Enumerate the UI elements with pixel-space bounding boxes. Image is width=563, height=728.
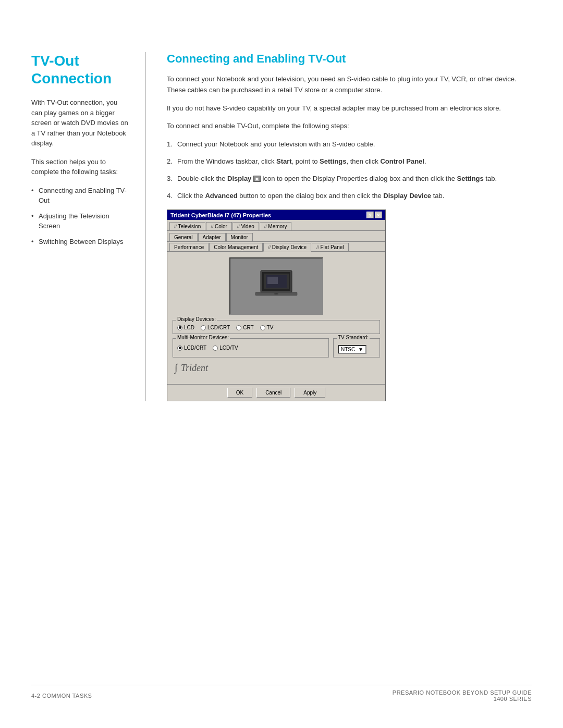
footer-left: 4-2 Common Tasks xyxy=(31,693,92,699)
bold-text: Settings xyxy=(320,157,346,165)
tab-adapter[interactable]: Adapter xyxy=(198,233,226,241)
display-devices-box: Display Devices: LCD LCD/CRT xyxy=(173,320,380,334)
page: TV-OutConnection With TV-Out connection,… xyxy=(0,0,563,728)
footer-right-line2: 1400 Series xyxy=(393,696,532,702)
body-para-1: To connect your Notebook and your televi… xyxy=(167,74,532,96)
radio-crt-circle[interactable] xyxy=(236,325,241,330)
tv-standard-label: TV Standard: xyxy=(337,335,370,340)
tab-video[interactable]: Video xyxy=(232,222,259,230)
multi-monitor-box: Multi-Monitor Devices: LCD/CRT LCD/TV xyxy=(173,338,329,357)
step-num: 3. xyxy=(167,174,173,184)
tab-color[interactable]: Color xyxy=(206,222,231,230)
tab-performance[interactable]: Performance xyxy=(169,243,209,251)
step-num: 4. xyxy=(167,191,173,202)
radio-mm-lcd-crt-label: LCD/CRT xyxy=(184,345,206,351)
close-button[interactable]: × xyxy=(375,212,382,218)
tab-color-management[interactable]: Color Management xyxy=(209,243,263,251)
tv-standard-box: TV Standard: NTSC ▼ xyxy=(333,338,380,357)
trident-logo-text: Trident xyxy=(181,363,208,373)
bold-text: Display xyxy=(227,175,251,182)
help-button[interactable]: ? xyxy=(366,212,374,218)
apply-button[interactable]: Apply xyxy=(295,388,325,398)
tabs-row-1: Television Color Video Memory xyxy=(167,220,385,231)
tv-standard-select[interactable]: NTSC ▼ xyxy=(338,345,366,354)
list-item: Adjusting the Television Screen xyxy=(31,211,129,231)
radio-tv-circle[interactable] xyxy=(260,325,265,330)
svg-rect-4 xyxy=(267,277,278,284)
tab-display-device[interactable]: Display Device xyxy=(263,243,311,252)
body-para-3: To connect and enable TV-Out, complete t… xyxy=(167,121,532,132)
multi-monitor-radios: LCD/CRT LCD/TV xyxy=(177,345,324,351)
tab-monitor[interactable]: Monitor xyxy=(226,233,253,241)
tabs-row-2: General Adapter Monitor xyxy=(167,231,385,242)
step-1: 1. Connect your Notebook and your televi… xyxy=(167,139,532,150)
left-intro-2: This section helps you to complete the f… xyxy=(31,157,129,177)
body-para-2: If you do not have S-video capability on… xyxy=(167,103,532,114)
display-devices-label: Display Devices: xyxy=(176,316,217,322)
svg-point-6 xyxy=(274,293,278,294)
bold-text: Control Panel xyxy=(380,157,424,165)
list-item: Connecting and Enabling TV-Out xyxy=(31,186,129,206)
monitor-image xyxy=(229,257,323,315)
left-column: TV-OutConnection With TV-Out connection,… xyxy=(31,52,146,401)
tab-television[interactable]: Television xyxy=(169,222,205,230)
bold-text: Advanced xyxy=(205,192,237,200)
radio-crt[interactable]: CRT xyxy=(236,325,253,330)
tabs-row-3: Performance Color Management Display Dev… xyxy=(167,242,385,252)
dialog-titlebar: Trident CyberBlade i7 (47) Properties ? … xyxy=(167,210,385,220)
radio-lcd-crt-label: LCD/CRT xyxy=(207,325,230,330)
titlebar-buttons: ? × xyxy=(366,212,382,218)
bold-text: Settings xyxy=(457,175,484,182)
laptop-graphic xyxy=(253,268,300,304)
cancel-button[interactable]: Cancel xyxy=(256,388,290,398)
left-intro-1: With TV-Out connection, you can play gam… xyxy=(31,97,129,149)
display-devices-radios: LCD LCD/CRT CRT xyxy=(177,325,375,330)
dialog-title: Trident CyberBlade i7 (47) Properties xyxy=(170,212,271,218)
radio-mm-lcd-tv-circle[interactable] xyxy=(213,346,218,351)
radio-lcd[interactable]: LCD xyxy=(177,325,194,330)
radio-mm-lcd-crt[interactable]: LCD/CRT xyxy=(177,345,206,351)
dialog-body: Display Devices: LCD LCD/CRT xyxy=(167,252,385,384)
step-2: 2. From the Windows taskbar, click Start… xyxy=(167,156,532,167)
tab-memory[interactable]: Memory xyxy=(260,222,292,230)
step-num: 1. xyxy=(167,139,173,150)
list-item: Switching Between Displays xyxy=(31,237,129,247)
radio-tv[interactable]: TV xyxy=(260,325,274,330)
bold-text: Display Device xyxy=(383,192,431,200)
step-3: 3. Double-click the Display ▣ icon to op… xyxy=(167,174,532,184)
trident-slash-icon: ∫ xyxy=(175,362,177,373)
radio-tv-label: TV xyxy=(267,325,274,330)
multi-monitor-label: Multi-Monitor Devices: xyxy=(176,335,230,340)
tab-general[interactable]: General xyxy=(169,233,198,241)
dropdown-arrow-icon: ▼ xyxy=(358,347,363,352)
bottom-boxes: Multi-Monitor Devices: LCD/CRT LCD/TV xyxy=(173,338,380,357)
content-area: TV-OutConnection With TV-Out connection,… xyxy=(31,52,532,401)
radio-lcd-circle[interactable] xyxy=(177,325,182,330)
radio-lcd-crt[interactable]: LCD/CRT xyxy=(201,325,230,330)
steps-list: 1. Connect your Notebook and your televi… xyxy=(167,139,532,201)
section-heading: Connecting and Enabling TV-Out xyxy=(167,52,532,66)
section-title: TV-OutConnection xyxy=(31,52,129,87)
radio-mm-lcd-crt-circle[interactable] xyxy=(177,346,182,351)
right-column: Connecting and Enabling TV-Out To connec… xyxy=(167,52,532,401)
step-num: 2. xyxy=(167,156,173,167)
dialog-footer: OK Cancel Apply xyxy=(167,384,385,401)
footer-right: Presario Notebook Beyond Setup Guide 140… xyxy=(393,689,532,702)
page-footer: 4-2 Common Tasks Presario Notebook Beyon… xyxy=(31,685,532,702)
ok-button[interactable]: OK xyxy=(227,388,252,398)
bold-text: Start xyxy=(276,157,292,165)
footer-right-line1: Presario Notebook Beyond Setup Guide xyxy=(393,689,532,696)
radio-lcd-label: LCD xyxy=(184,325,194,330)
tab-flat-panel[interactable]: Flat Panel xyxy=(312,243,349,251)
step-4: 4. Click the Advanced button to open the… xyxy=(167,191,532,202)
bullet-list: Connecting and Enabling TV-Out Adjusting… xyxy=(31,186,129,247)
radio-crt-label: CRT xyxy=(243,325,253,330)
tv-standard-value: NTSC xyxy=(341,347,355,352)
trident-logo: ∫ Trident xyxy=(175,362,380,374)
radio-lcd-crt-circle[interactable] xyxy=(201,325,206,330)
dialog-screenshot: Trident CyberBlade i7 (47) Properties ? … xyxy=(167,209,386,401)
radio-mm-lcd-tv[interactable]: LCD/TV xyxy=(213,345,238,351)
radio-mm-lcd-tv-label: LCD/TV xyxy=(219,345,238,351)
